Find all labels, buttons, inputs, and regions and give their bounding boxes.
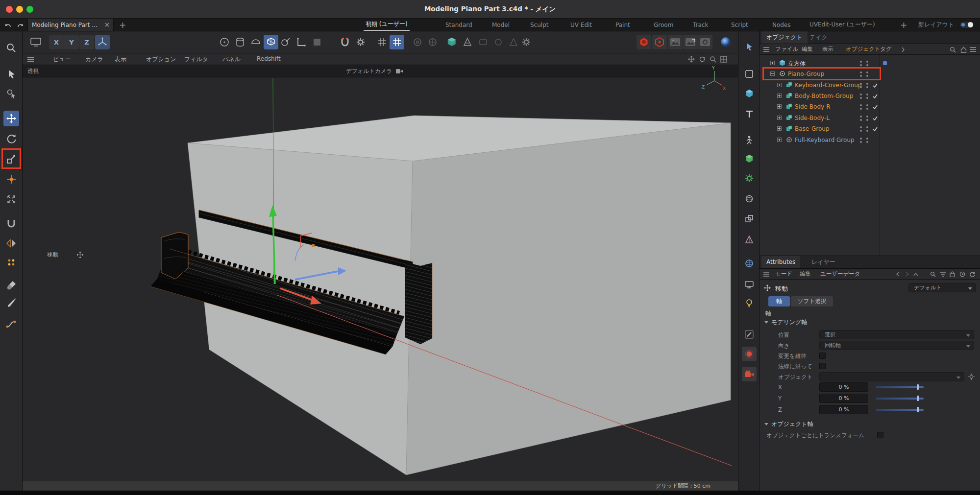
object-label[interactable]: Side-Body-L xyxy=(795,115,830,121)
attr-menu-userdata[interactable]: ユーザーデータ xyxy=(820,270,860,278)
group-header-object-axis[interactable]: オブジェクト軸 xyxy=(764,420,813,428)
rotate-tool-icon[interactable] xyxy=(3,131,19,146)
om-menu-edit[interactable]: 編集 xyxy=(802,46,813,53)
viewport-menu-display[interactable]: 表示 xyxy=(115,55,126,64)
object-row-base-group[interactable]: Base-Group xyxy=(760,123,980,134)
redshift-render-icon[interactable] xyxy=(637,35,651,49)
z-percent-field[interactable]: 0 % xyxy=(819,405,868,414)
document-tab[interactable]: Modeling Piano Part ... xyxy=(27,19,114,31)
object-link-field[interactable] xyxy=(819,372,964,381)
lock-z-axis-button[interactable]: Z xyxy=(79,35,94,49)
om-burger-icon[interactable] xyxy=(763,47,769,52)
knife-tool-icon[interactable] xyxy=(3,294,19,310)
mirror-tool-icon[interactable] xyxy=(3,236,19,251)
attr-menu-edit[interactable]: 編集 xyxy=(800,270,811,278)
om-menu-file[interactable]: ファイル xyxy=(775,46,798,53)
viewport-menu-redshift[interactable]: Redshift xyxy=(257,55,281,62)
enabled-check-icon[interactable] xyxy=(872,115,878,121)
expand-toggle-icon[interactable] xyxy=(777,104,782,109)
make-editable-cube-icon[interactable] xyxy=(444,35,459,49)
group-object-icon[interactable] xyxy=(786,82,792,88)
group-object-icon[interactable] xyxy=(786,115,792,121)
projection-label[interactable]: 透視 xyxy=(27,68,39,75)
viewport-menu-view[interactable]: ビュー xyxy=(53,55,71,64)
tab-attributes[interactable]: Attributes xyxy=(761,256,800,268)
object-label[interactable]: Body-Bottom-Group xyxy=(795,93,853,99)
interactive-render-sphere-icon[interactable] xyxy=(718,35,733,49)
magnet-tool-icon[interactable] xyxy=(3,216,19,232)
globe-icon[interactable] xyxy=(742,256,757,271)
axis-modification-tool-icon[interactable] xyxy=(3,171,19,187)
display-icon[interactable] xyxy=(742,277,757,292)
y-slider[interactable] xyxy=(876,398,924,400)
object-row-side-body-l[interactable]: Side-Body-L xyxy=(760,113,980,123)
object-row-side-body-r[interactable]: Side-Body-R xyxy=(760,101,980,112)
pointer-tool-icon[interactable] xyxy=(742,40,757,54)
expand-toggle-icon[interactable] xyxy=(777,83,782,87)
enabled-check-icon[interactable] xyxy=(872,104,878,110)
om-home-icon[interactable] xyxy=(960,47,967,53)
layer-color-chip[interactable] xyxy=(883,61,887,65)
visibility-editor-dots[interactable] xyxy=(860,61,862,63)
modeling-tool-corner-icon[interactable] xyxy=(294,35,309,49)
visibility-render-dots[interactable] xyxy=(866,94,868,95)
cone-tool-icon[interactable] xyxy=(460,35,475,49)
tab-objects[interactable]: オブジェクト xyxy=(761,31,808,44)
viewport-zoom-icon[interactable] xyxy=(710,56,716,63)
new-document-tab-icon[interactable] xyxy=(117,20,128,30)
attr-back-icon[interactable] xyxy=(896,272,901,277)
om-menu-objects[interactable]: オブジェクト xyxy=(846,46,881,53)
pencil-box-icon[interactable] xyxy=(742,327,757,342)
along-normals-checkbox[interactable] xyxy=(819,363,826,369)
disabled-tool-1-icon[interactable] xyxy=(476,35,490,49)
coordinate-system-button[interactable] xyxy=(95,35,110,49)
visibility-render-dots[interactable] xyxy=(866,83,868,85)
enabled-check-icon[interactable] xyxy=(872,126,878,132)
render-view-settings-icon[interactable] xyxy=(28,35,43,49)
workplane-lock-icon[interactable] xyxy=(425,35,440,49)
layout-lock-toggle[interactable] xyxy=(959,21,974,28)
snap-settings-gear-icon[interactable] xyxy=(353,35,368,49)
live-selection-tool-icon[interactable] xyxy=(3,67,19,82)
modifier-gear-icon[interactable] xyxy=(742,171,757,186)
cube-object-icon[interactable] xyxy=(779,60,785,66)
visibility-editor-dots[interactable] xyxy=(860,116,862,118)
object-row-keyboard-cover-group[interactable]: Keyboard-Cover-Group xyxy=(760,80,980,91)
modeling-tool-circlepen-icon[interactable] xyxy=(278,35,293,49)
lock-y-axis-button[interactable]: Y xyxy=(64,35,79,49)
figure-icon[interactable] xyxy=(742,133,757,147)
minimize-window-button[interactable] xyxy=(16,6,23,13)
grid-toggle-icon[interactable] xyxy=(375,35,390,49)
object-row-body-bottom-group[interactable]: Body-Bottom-Group xyxy=(760,91,980,101)
expand-toggle-icon[interactable] xyxy=(777,94,782,98)
snap-magnet-icon[interactable] xyxy=(338,35,352,49)
visibility-render-dots[interactable] xyxy=(866,138,868,140)
visibility-render-dots[interactable] xyxy=(866,116,868,118)
camera-label[interactable]: デフォルトカメラ xyxy=(346,68,392,75)
tab-layers[interactable]: レイヤー xyxy=(807,256,840,268)
om-menu-view[interactable]: 表示 xyxy=(822,46,833,53)
expand-toggle-icon[interactable] xyxy=(777,138,782,142)
viewport-orbit-icon[interactable] xyxy=(699,56,706,63)
mode-button-soft-selection[interactable]: ソフト選択 xyxy=(791,296,833,306)
text-tool-icon[interactable] xyxy=(742,107,757,121)
viewport-pan-icon[interactable] xyxy=(688,56,695,63)
x-percent-field[interactable]: 0 % xyxy=(819,382,868,392)
group-object-icon[interactable] xyxy=(786,125,792,132)
redo-icon[interactable] xyxy=(15,20,26,30)
object-label[interactable]: Keyboard-Cover-Group xyxy=(795,82,861,89)
attr-forward-icon[interactable] xyxy=(905,272,909,277)
visibility-render-dots[interactable] xyxy=(866,61,868,63)
layout-tab-uvedit[interactable]: UV Edit xyxy=(568,19,594,31)
om-menu-more-icon[interactable] xyxy=(902,47,905,52)
transform-per-object-checkbox[interactable] xyxy=(877,432,883,438)
expand-toggle-icon[interactable] xyxy=(770,61,775,65)
layout-tab-paint[interactable]: Paint xyxy=(613,19,632,31)
modeling-tool-polypen-icon[interactable] xyxy=(264,35,278,49)
visibility-editor-dots[interactable] xyxy=(860,126,862,128)
visibility-render-dots[interactable] xyxy=(866,126,868,128)
expand-toggle-icon[interactable] xyxy=(777,126,782,131)
viewport-menu-camera[interactable]: カメラ xyxy=(85,55,103,64)
layout-tab-model[interactable]: Model xyxy=(490,19,512,31)
viewport-menu-filter[interactable]: フィルタ xyxy=(184,55,208,64)
